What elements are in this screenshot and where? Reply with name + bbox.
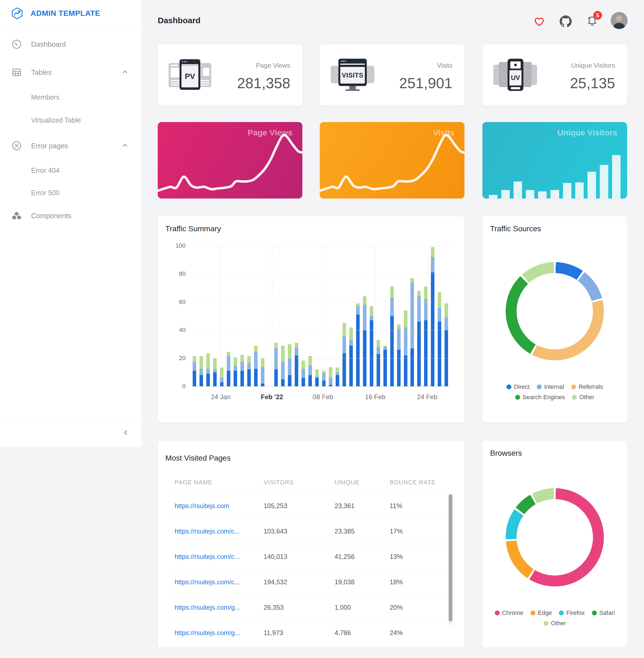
chart-legend: Other [482, 620, 627, 627]
mini-bar [575, 182, 584, 198]
chevron-up-icon[interactable] [121, 142, 129, 150]
y-tick-label: 20 [166, 355, 186, 362]
stat-card-page-views: ••• PV Page Views 281,358 [158, 44, 302, 106]
stacked-bar [193, 356, 196, 386]
stacked-bar [227, 352, 230, 386]
bar-slot [375, 340, 382, 386]
sidebar-item-error-500[interactable]: Error 500 [0, 184, 142, 201]
y-tick-label: 100 [166, 242, 186, 249]
table-row: https://rsuitejs.com/g...11,9734,78624% [158, 620, 464, 645]
sidebar-item-error-pages[interactable]: Error pages [0, 138, 142, 154]
bar-slot [402, 310, 409, 386]
bar-slot [198, 356, 205, 386]
bar-slot [293, 343, 300, 386]
most-visited-pages-card: Most Visited Pages PAGE NAME VISITORS UN… [158, 441, 464, 648]
bar-slot [239, 355, 246, 386]
stat-value: 251,901 [399, 74, 453, 91]
stacked-bar [329, 367, 332, 386]
table-scrollbar-thumb[interactable] [448, 494, 453, 621]
mini-bar [563, 183, 571, 198]
bar-slot [409, 278, 416, 386]
legend-dot-icon [537, 385, 542, 389]
highlight-card-page-views: Page Views [158, 122, 302, 198]
bar-slot [259, 358, 266, 386]
column-header[interactable]: BOUNCE RATE [390, 479, 436, 486]
sidebar-collapse[interactable] [0, 417, 142, 447]
table-row: https://rsuitejs.com/c...194,53219,03818… [158, 569, 464, 595]
sidebar-item-tables[interactable]: Tables [0, 64, 142, 81]
stat-label: Page Views [256, 62, 290, 69]
legend-item: Safari [592, 609, 615, 616]
sidebar-item-members[interactable]: Members [0, 89, 142, 105]
legend-label: Internal [544, 383, 564, 390]
github-button[interactable] [560, 15, 572, 28]
table-cell: 11,973 [263, 629, 283, 637]
chart-legend: ChromeEdgeFirefoxSafari [482, 609, 627, 616]
bar-slot [246, 356, 252, 386]
bar-slot [327, 367, 334, 386]
legend-label: Other [579, 394, 594, 401]
stacked-bar [417, 291, 421, 386]
gridline [191, 274, 450, 274]
highlight-title: Visits [433, 128, 455, 137]
page-link[interactable]: https://rsuitejs.com/g... [175, 629, 240, 637]
legend-label: Firefox [566, 609, 584, 616]
bar-slot [382, 346, 389, 386]
y-tick-label: 80 [166, 270, 186, 278]
page-link[interactable]: https://rsuitejs.com/g... [175, 604, 240, 611]
gridline [191, 330, 450, 330]
mini-bar [489, 195, 498, 198]
favorite-button[interactable] [533, 15, 545, 28]
bar-slot [348, 327, 354, 386]
legend-item: Edge [530, 609, 552, 616]
chart-legend: DirectInternalReferrals [482, 383, 627, 390]
avatar[interactable] [611, 12, 628, 29]
mini-bar [501, 190, 510, 198]
traffic-sources-card: Traffic Sources DirectInternalReferrals … [482, 216, 627, 423]
page-link[interactable]: https://rsuitejs.com/c... [175, 578, 240, 586]
sidebar-item-components[interactable]: Components [0, 207, 142, 224]
bar-slot [286, 344, 293, 386]
stacked-bar [397, 324, 400, 386]
page-link[interactable]: https://rsuitejs.com [175, 502, 229, 510]
column-header[interactable]: VISITORS [263, 479, 294, 486]
stacked-bar [295, 343, 298, 386]
brand-title: ADMIN TEMPLATE [30, 9, 100, 18]
y-tick-label: 0 [166, 383, 186, 390]
person-icon [611, 12, 628, 29]
bar-slot [443, 303, 450, 386]
sidebar-subitem-label: Error 500 [31, 189, 60, 197]
column-header[interactable]: PAGE NAME [175, 479, 212, 486]
gridline [191, 302, 450, 302]
bar-slot [334, 368, 341, 387]
stacked-bar [281, 346, 284, 386]
bar-slot [436, 292, 443, 386]
bar-slot [395, 324, 402, 386]
y-tick-label: 40 [166, 327, 186, 334]
bar-slot [225, 352, 232, 386]
stacked-bar [247, 356, 251, 386]
chevron-up-icon[interactable] [121, 68, 129, 76]
sidebar-item-dashboard[interactable]: Dashboard [0, 36, 142, 52]
sidebar-item-error-404[interactable]: Error 404 [0, 162, 142, 179]
stacked-bar [234, 357, 237, 386]
legend-dot-icon [592, 611, 597, 615]
brand[interactable]: ADMIN TEMPLATE [0, 0, 142, 27]
highlight-card-visits: Visits [320, 122, 464, 198]
page-link[interactable]: https://rsuitejs.com/c... [175, 527, 240, 535]
chevron-left-icon[interactable] [122, 429, 130, 436]
table-cell: 23,385 [335, 527, 354, 535]
legend-label: Direct [514, 383, 529, 390]
table-row: https://rsuitejs.com/c...103,64323,38517… [158, 519, 464, 544]
stat-card-unique-visitors: UV Unique Visitors 25,135 [482, 44, 627, 106]
bar-slot [422, 286, 429, 386]
page-link[interactable]: https://rsuitejs.com/c... [175, 553, 240, 561]
brand-logo-icon [11, 7, 23, 20]
bar-slot [211, 358, 218, 386]
table-cell: 194,532 [263, 578, 288, 586]
column-header[interactable]: UNIQUE [335, 479, 360, 486]
bar-slot [300, 360, 307, 386]
bar-slot [307, 356, 314, 386]
sidebar-item-virtualized-table[interactable]: Virtualized Table [0, 112, 142, 128]
stacked-bar [288, 344, 292, 386]
